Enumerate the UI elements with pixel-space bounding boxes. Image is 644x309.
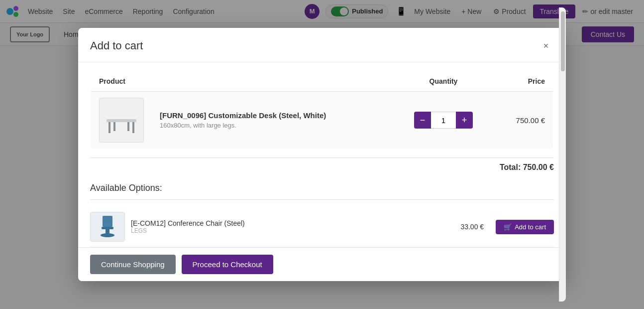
add-to-cart-option-button[interactable]: 🛒 Add to cart [496, 220, 554, 234]
product-image-cell [91, 92, 152, 150]
svg-rect-8 [103, 216, 112, 227]
option-image [90, 212, 125, 242]
svg-rect-9 [102, 227, 113, 229]
options-divider [90, 199, 554, 200]
quantity-decrease-button[interactable]: − [414, 112, 431, 129]
option-price: 33.00 € [460, 223, 484, 231]
product-table: Product Quantity Price [90, 70, 554, 150]
svg-rect-3 [107, 119, 136, 122]
modal-scrollbar-track [559, 7, 566, 302]
col-quantity-header: Quantity [394, 71, 493, 92]
quantity-input[interactable] [431, 112, 456, 129]
col-price-header: Price [493, 71, 553, 92]
option-details: [E-COM12] Conference Chair (Steel) LEGS [131, 219, 454, 234]
product-description: 160x80cm, with large legs. [160, 122, 386, 129]
option-row: [E-COM12] Conference Chair (Steel) LEGS … [90, 207, 554, 247]
quantity-control: − + [414, 112, 473, 129]
price-cell: 750.00 € [493, 92, 553, 150]
desk-image-icon [102, 100, 141, 140]
add-to-cart-modal: Add to cart × Product Quantity Price [78, 28, 566, 281]
option-sub: LEGS [131, 227, 454, 234]
product-name: [FURN_0096] Customizable Desk (Steel, Wh… [160, 111, 386, 120]
quantity-increase-button[interactable]: + [456, 112, 473, 129]
continue-shopping-button[interactable]: Continue Shopping [90, 255, 176, 274]
product-details-cell: [FURN_0096] Customizable Desk (Steel, Wh… [152, 92, 394, 150]
cart-icon-small: 🛒 [504, 223, 512, 231]
col-product-header: Product [91, 71, 394, 92]
svg-rect-4 [108, 122, 110, 133]
modal-overlay: Add to cart × Product Quantity Price [0, 0, 644, 309]
chair-image-icon [93, 213, 122, 241]
svg-rect-7 [127, 122, 129, 131]
proceed-to-checkout-button[interactable]: Proceed to Checkout [182, 255, 273, 274]
product-row: [FURN_0096] Customizable Desk (Steel, Wh… [91, 92, 553, 150]
total-row: Total: 750.00 € [90, 157, 554, 179]
product-image [99, 98, 144, 143]
close-button[interactable]: × [538, 38, 554, 54]
svg-rect-6 [113, 122, 115, 131]
option-name: [E-COM12] Conference Chair (Steel) [131, 219, 454, 227]
svg-rect-5 [132, 122, 134, 133]
svg-point-11 [101, 233, 114, 237]
modal-footer: Continue Shopping Proceed to Checkout [78, 247, 566, 281]
modal-header: Add to cart × [78, 28, 566, 62]
modal-title: Add to cart [90, 39, 143, 52]
available-options-title: Available Options: [90, 179, 554, 199]
modal-body: Product Quantity Price [78, 62, 566, 247]
modal-scrollbar-thumb[interactable] [561, 11, 565, 71]
quantity-cell: − + [394, 92, 493, 150]
